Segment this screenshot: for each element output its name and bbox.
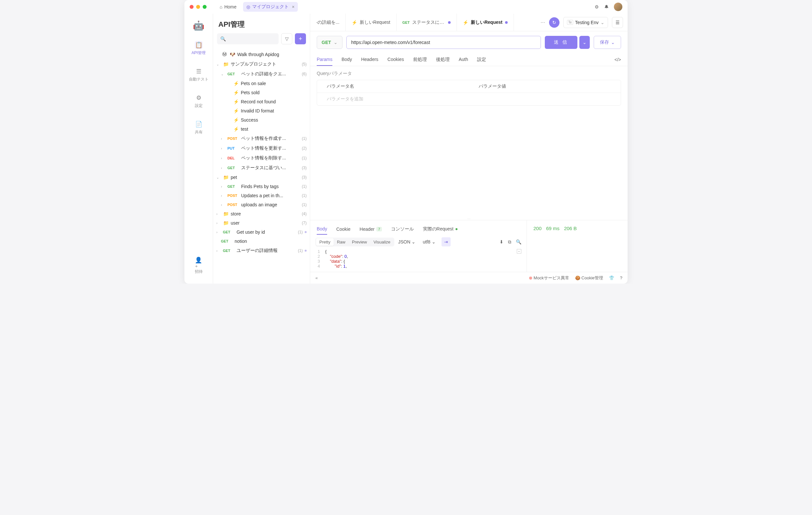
tree-case[interactable]: ⚡Pets on sale bbox=[213, 79, 310, 88]
help-icon[interactable]: ? bbox=[620, 276, 622, 280]
nav-share[interactable]: 📄 共有 bbox=[192, 118, 205, 138]
tree-case[interactable]: ⚡Pets sold bbox=[213, 88, 310, 97]
tree-case[interactable]: ⚡Record not found bbox=[213, 97, 310, 106]
add-button[interactable]: + bbox=[295, 33, 306, 44]
format-select[interactable]: JSON⌄ bbox=[395, 238, 419, 246]
code-icon[interactable]: </> bbox=[614, 57, 621, 62]
code-area[interactable]: 1{− 2 "code": 0, 3 "data": { 4 "id": 1, bbox=[310, 249, 527, 272]
seg-preview[interactable]: Preview bbox=[349, 238, 370, 246]
resp-tab-console[interactable]: コンソール bbox=[391, 224, 414, 235]
tab-3[interactable]: GETステータスに基... bbox=[397, 14, 457, 31]
mock-error[interactable]: ⊗ Mockサービス異常 bbox=[529, 275, 569, 281]
env-badge: Te bbox=[567, 20, 573, 25]
tree-get-status[interactable]: ›GETステータスに基づい...(3) bbox=[213, 163, 310, 173]
resp-tab-cookie[interactable]: Cookie bbox=[336, 224, 351, 235]
tree-case[interactable]: ⚡Invalid ID format bbox=[213, 106, 310, 115]
nav-invite[interactable]: 👤⁺ 招待 bbox=[192, 257, 205, 277]
m-icon: Ⓜ bbox=[222, 52, 227, 57]
close-tab-icon[interactable]: × bbox=[292, 4, 295, 9]
search-icon[interactable]: 🔍 bbox=[516, 239, 521, 245]
param-name-header: パラメータ名 bbox=[317, 80, 469, 92]
tree-updates-pet[interactable]: ›POSTUpdates a pet in th...(1) bbox=[213, 191, 310, 200]
project-tab[interactable]: ◎ マイプロジェクト × bbox=[243, 2, 298, 12]
resp-tab-header[interactable]: Header7 bbox=[360, 224, 382, 235]
sidebar: API管理 🔍 ▽ + Ⓜ 🐶 Walk through Apidog ⌄ 📁 … bbox=[213, 14, 310, 284]
url-input[interactable] bbox=[346, 36, 541, 49]
tree-get-user-by-id[interactable]: ›GETGet user by id(1) bbox=[213, 228, 310, 237]
chevron-right-icon: › bbox=[221, 203, 226, 207]
minimize-icon[interactable] bbox=[196, 5, 200, 9]
more-icon[interactable]: ⋯ bbox=[541, 20, 545, 25]
api-icon: 📋 bbox=[195, 41, 203, 49]
tree-case[interactable]: ⚡test bbox=[213, 124, 310, 134]
error-icon: ⊗ bbox=[529, 276, 532, 280]
avatar[interactable] bbox=[614, 3, 622, 11]
cookie-mgmt[interactable]: 🍪 Cookie管理 bbox=[575, 275, 603, 281]
tree-notion[interactable]: GETnotion bbox=[213, 237, 310, 246]
req-tab-body[interactable]: Body bbox=[342, 53, 352, 66]
req-tab-params[interactable]: Params bbox=[317, 53, 332, 66]
chevron-down-icon: ⌄ bbox=[221, 73, 226, 76]
resp-tab-actual[interactable]: 実際のRequest bbox=[423, 224, 458, 235]
tree-pet-detail[interactable]: ⌄ GET ペットの詳細をクエ... (6) bbox=[213, 69, 310, 79]
method-get: GET bbox=[221, 239, 233, 243]
search-input[interactable]: 🔍 bbox=[217, 33, 279, 44]
tree-user[interactable]: ›📁user(7) bbox=[213, 219, 310, 228]
chevron-right-icon: › bbox=[221, 185, 226, 189]
run-button[interactable]: ↻ bbox=[549, 17, 559, 28]
download-icon[interactable]: ⬇ bbox=[499, 239, 503, 245]
tree-post-create[interactable]: ›POSTペット情報を作成す...(1) bbox=[213, 134, 310, 143]
close-icon[interactable] bbox=[190, 5, 194, 9]
resp-tab-body[interactable]: Body bbox=[317, 224, 327, 235]
req-tab-auth[interactable]: Auth bbox=[459, 53, 468, 66]
method-select[interactable]: GET⌄ bbox=[317, 36, 343, 49]
send-button[interactable]: 送 信 bbox=[545, 36, 577, 49]
resize-handle[interactable]: ⋯ bbox=[310, 218, 628, 220]
wrap-button[interactable]: ⇥ bbox=[441, 237, 451, 247]
collapse-icon[interactable]: « bbox=[315, 276, 318, 280]
seg-raw[interactable]: Raw bbox=[334, 238, 349, 246]
shirt-icon[interactable]: 👕 bbox=[609, 276, 614, 280]
tree-user-detail[interactable]: ›GETユーザーの詳細情報(1) bbox=[213, 246, 310, 256]
tree-store[interactable]: ›📁store(4) bbox=[213, 209, 310, 219]
chevron-right-icon: › bbox=[221, 166, 226, 170]
tree-uploads-image[interactable]: ›POSTuploads an image(1) bbox=[213, 200, 310, 209]
nav-api[interactable]: 📋 API管理 bbox=[189, 38, 208, 58]
encoding-select[interactable]: utf8⌄ bbox=[419, 238, 439, 246]
req-tab-settings[interactable]: 設定 bbox=[477, 53, 486, 66]
maximize-icon[interactable] bbox=[203, 5, 207, 9]
req-tab-headers[interactable]: Headers bbox=[361, 53, 378, 66]
tree-pet[interactable]: ⌄📁pet(3) bbox=[213, 173, 310, 182]
tree-del-delete[interactable]: ›DELペット情報を削除す...(1) bbox=[213, 153, 310, 163]
env-selector[interactable]: TeTesting Env⌄ bbox=[563, 17, 608, 28]
filter-button[interactable]: ▽ bbox=[281, 33, 292, 44]
tree-case[interactable]: ⚡Success bbox=[213, 115, 310, 124]
tree-finds-tags[interactable]: ›GETFinds Pets by tags(1) bbox=[213, 182, 310, 191]
fold-icon[interactable]: − bbox=[517, 249, 521, 254]
response-status: 200 69 ms 206 B bbox=[527, 220, 628, 272]
request-bar: GET⌄ 送 信 ⌄ 保存⌄ bbox=[310, 31, 628, 53]
menu-button[interactable]: ☰ bbox=[612, 17, 623, 28]
tree-walk[interactable]: Ⓜ 🐶 Walk through Apidog bbox=[213, 50, 310, 59]
req-tab-pre[interactable]: 前処理 bbox=[413, 53, 427, 66]
tree-sample[interactable]: ⌄ 📁 サンプルプロジェクト (5) bbox=[213, 59, 310, 69]
copy-icon[interactable]: ⧉ bbox=[508, 239, 511, 245]
request-tabs: Params Body Headers Cookies 前処理 後処理 Auth… bbox=[310, 53, 628, 66]
bell-icon[interactable]: 🔔︎ bbox=[604, 4, 609, 9]
seg-visualize[interactable]: Visualize bbox=[370, 238, 394, 246]
home-tab[interactable]: ⌂ Home bbox=[216, 2, 240, 11]
send-dropdown[interactable]: ⌄ bbox=[579, 36, 590, 49]
seg-pretty[interactable]: Pretty bbox=[316, 238, 334, 246]
settings-icon[interactable]: ⚙ bbox=[594, 4, 599, 9]
add-param-row[interactable]: パラメータを追加 bbox=[317, 93, 621, 105]
tree-put-update[interactable]: ›PUTペット情報を更新す...(2) bbox=[213, 143, 310, 153]
response-section: Body Cookie Header7 コンソール 実際のRequest Pre… bbox=[310, 220, 628, 272]
nav-settings[interactable]: ⚙ 設定 bbox=[192, 91, 205, 111]
req-tab-post[interactable]: 後処理 bbox=[436, 53, 450, 66]
req-tab-cookies[interactable]: Cookies bbox=[387, 53, 404, 66]
tab-1[interactable]: ·の詳細を... bbox=[310, 14, 346, 31]
save-button[interactable]: 保存⌄ bbox=[594, 36, 621, 49]
tab-4-active[interactable]: ⚡新しいRequest bbox=[457, 14, 514, 31]
tab-2[interactable]: ⚡新しいRequest bbox=[346, 14, 397, 31]
nav-autotest[interactable]: ☰ 自動テスト bbox=[186, 65, 211, 85]
